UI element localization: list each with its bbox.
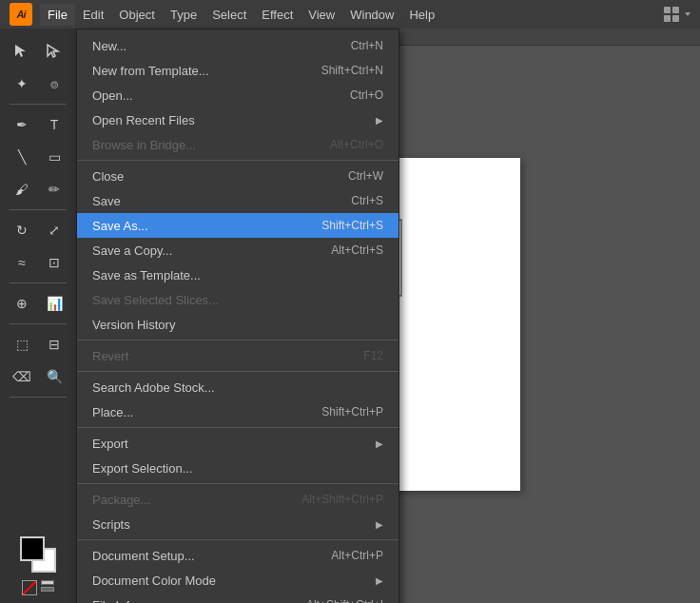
no-color-box[interactable]: [22, 580, 37, 595]
color-selector[interactable]: [20, 536, 56, 573]
file-dropdown-menu: New... Ctrl+N New from Template... Shift…: [76, 29, 399, 603]
direct-selection-tool[interactable]: [39, 36, 69, 67]
menu-item-open[interactable]: Open... Ctrl+O: [77, 83, 399, 107]
menu-item-close[interactable]: Close Ctrl+W: [77, 164, 399, 188]
menu-bar: Ai File Edit Object Type Select Effect V…: [0, 0, 700, 29]
menu-effect[interactable]: Effect: [254, 4, 301, 26]
warp-tool[interactable]: ≈: [7, 247, 37, 278]
menu-edit[interactable]: Edit: [75, 4, 111, 26]
normal-screen-icon: [41, 580, 54, 585]
lasso-tool[interactable]: ⌾: [39, 68, 69, 99]
foreground-color-box[interactable]: [20, 536, 45, 561]
menu-item-save-copy[interactable]: Save a Copy... Alt+Ctrl+S: [77, 238, 399, 263]
main-layout: ✦ ⌾ ✒ T ╲ ▭ 🖌 ✏ ↻ ⤢ ≈ ⊡ ⊕ 📊: [0, 29, 700, 603]
menu-window[interactable]: Window: [342, 4, 401, 26]
menu-item-browse-bridge[interactable]: Browse in Bridge... Alt+Ctrl+O: [77, 132, 399, 157]
menu-item-place[interactable]: Place... Shift+Ctrl+P: [77, 399, 399, 424]
paintbrush-tool[interactable]: 🖌: [7, 174, 37, 204]
menu-item-new-from-template[interactable]: New from Template... Shift+Ctrl+N: [77, 58, 399, 83]
svg-marker-2: [48, 45, 58, 57]
tool-group-warp: ≈ ⊡: [7, 247, 69, 278]
scale-tool[interactable]: ⤢: [39, 215, 69, 245]
toolbar: ✦ ⌾ ✒ T ╲ ▭ 🖌 ✏ ↻ ⤢ ≈ ⊡ ⊕ 📊: [0, 29, 76, 603]
tool-group-graph: ⊕ 📊: [7, 288, 69, 319]
menu-item-save-template[interactable]: Save as Template...: [77, 263, 399, 287]
tool-group-line: ╲ ▭: [7, 142, 69, 172]
menu-item-new[interactable]: New... Ctrl+N: [77, 33, 399, 58]
menu-item-package[interactable]: Package... Alt+Shift+Ctrl+P: [77, 487, 399, 512]
tool-group-magic: ✦ ⌾: [7, 68, 69, 99]
separator-3: [77, 371, 399, 372]
tool-group-pen: ✒ T: [7, 109, 69, 140]
menu-item-file-info[interactable]: File Info... Alt+Shift+Ctrl+I: [77, 593, 399, 603]
menu-bar-right: [664, 7, 692, 22]
tool-group-slice: ⬚ ⊟: [7, 329, 69, 360]
menu-item-document-color-mode[interactable]: Document Color Mode ▶: [77, 568, 399, 593]
tool-group-eraser: ⌫ 🔍: [7, 361, 69, 392]
separator-4: [77, 427, 399, 428]
menu-item-revert[interactable]: Revert F12: [77, 343, 399, 368]
eraser-tool[interactable]: ⌫: [7, 361, 37, 392]
menu-item-save-slices[interactable]: Save Selected Slices...: [77, 287, 399, 312]
menu-item-export[interactable]: Export ▶: [77, 431, 399, 456]
svg-marker-1: [15, 45, 26, 57]
tool-group-rotate: ↻ ⤢: [7, 215, 69, 245]
svg-marker-0: [685, 12, 690, 16]
tool-separator-5: [10, 397, 67, 398]
tool-group-select: [7, 36, 69, 67]
app-logo: Ai: [8, 1, 34, 28]
menu-item-version-history[interactable]: Version History: [77, 312, 399, 337]
symbol-sprayer-tool[interactable]: ⊕: [7, 288, 37, 319]
tool-group-paint: 🖌 ✏: [7, 174, 69, 204]
tool-separator-1: [10, 104, 67, 105]
type-tool[interactable]: T: [39, 109, 69, 140]
magic-wand-tool[interactable]: ✦: [7, 68, 37, 99]
free-transform-tool[interactable]: ⊡: [39, 247, 69, 278]
screen-mode-controls[interactable]: [41, 580, 54, 595]
workspace-grid-icon: [664, 7, 679, 22]
separator-5: [77, 483, 399, 484]
full-screen-icon: [41, 587, 54, 592]
menu-item-save[interactable]: Save Ctrl+S: [77, 188, 399, 213]
slice-tool[interactable]: ⊟: [39, 329, 69, 360]
ai-logo-icon: Ai: [10, 3, 32, 26]
menu-view[interactable]: View: [301, 4, 342, 26]
artboard-tool[interactable]: ⬚: [7, 329, 37, 360]
menu-select[interactable]: Select: [204, 4, 254, 26]
workspace-switcher[interactable]: [664, 7, 692, 22]
menu-item-export-selection[interactable]: Export Selection...: [77, 456, 399, 480]
menu-help[interactable]: Help: [401, 4, 442, 26]
chevron-down-icon: [683, 10, 692, 19]
menu-type[interactable]: Type: [163, 4, 204, 26]
separator-6: [77, 539, 399, 540]
separator-2: [77, 340, 399, 340]
menu-item-document-setup[interactable]: Document Setup... Alt+Ctrl+P: [77, 543, 399, 568]
zoom-tool[interactable]: 🔍: [39, 361, 69, 392]
menu-item-open-recent[interactable]: Open Recent Files ▶: [77, 107, 399, 132]
separator-1: [77, 160, 399, 161]
selection-tool[interactable]: [7, 36, 37, 67]
pen-tool[interactable]: ✒: [7, 109, 37, 140]
menu-file[interactable]: File: [40, 4, 75, 26]
tool-separator-3: [10, 282, 67, 283]
color-box-area: [20, 536, 56, 595]
menu-item-save-as[interactable]: Save As... Shift+Ctrl+S: [77, 213, 399, 238]
menu-item-scripts[interactable]: Scripts ▶: [77, 512, 399, 536]
rect-tool[interactable]: ▭: [39, 142, 69, 172]
menu-item-search-stock[interactable]: Search Adobe Stock...: [77, 375, 399, 399]
menu-object[interactable]: Object: [111, 4, 163, 26]
line-tool[interactable]: ╲: [7, 142, 37, 172]
pencil-tool[interactable]: ✏: [39, 174, 69, 204]
column-graph-tool[interactable]: 📊: [39, 288, 69, 319]
tool-separator-4: [10, 323, 67, 324]
rotate-tool[interactable]: ↻: [7, 215, 37, 245]
tool-separator-2: [10, 209, 67, 210]
